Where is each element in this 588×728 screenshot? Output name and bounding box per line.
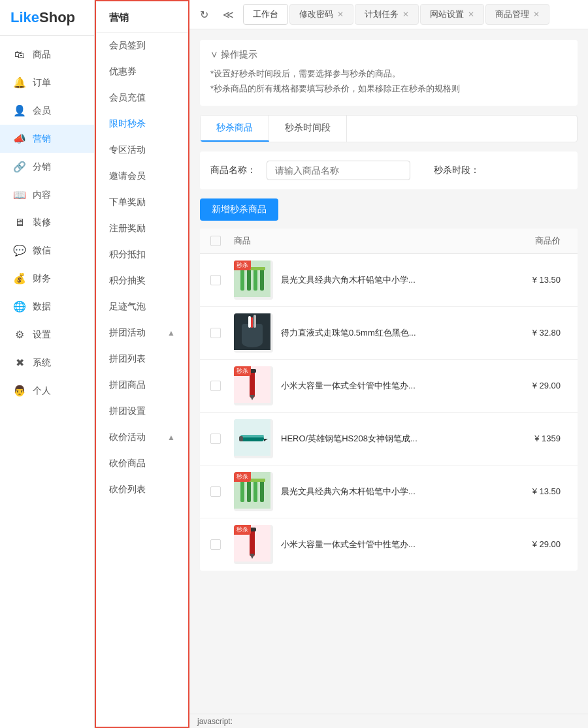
sidebar-item-members[interactable]: 👤 会员 bbox=[0, 97, 94, 125]
tab-goods-management[interactable]: 商品管理 ✕ bbox=[485, 4, 549, 25]
sidebar-item-personal[interactable]: 👨 个人 bbox=[0, 377, 94, 405]
main-sidebar: LikeShop 🛍 商品 🔔 订单 👤 会员 📣 营销 🔗 分销 bbox=[0, 0, 95, 728]
svg-rect-20 bbox=[239, 436, 243, 441]
add-flash-goods-button[interactable]: 新增秒杀商品 bbox=[200, 198, 278, 221]
svg-rect-2 bbox=[247, 267, 251, 291]
tab-flash-time[interactable]: 秒杀时间段 bbox=[269, 116, 347, 142]
content-tabs: 秒杀商品 秒杀时间段 bbox=[200, 115, 578, 142]
product-image-5: 秒杀 bbox=[234, 472, 273, 511]
svg-rect-22 bbox=[240, 479, 244, 502]
sidebar-item-system[interactable]: ✖ 系统 bbox=[0, 349, 94, 377]
marketing-icon: 📣 bbox=[13, 133, 26, 145]
product-price-6: ¥ 29.00 bbox=[502, 539, 567, 549]
submenu-item-flash-sale[interactable]: 限时秒杀 bbox=[96, 111, 188, 137]
refresh-button[interactable]: ↻ bbox=[195, 8, 214, 21]
sidebar-item-decoration-label: 装修 bbox=[33, 217, 51, 229]
sidebar-item-wechat[interactable]: 💬 微信 bbox=[0, 236, 94, 264]
row-checkbox-6[interactable] bbox=[210, 539, 234, 550]
sidebar-item-orders-label: 订单 bbox=[33, 77, 51, 89]
svg-rect-1 bbox=[240, 267, 244, 291]
row-checkbox-4[interactable] bbox=[210, 434, 234, 444]
row-checkbox-5[interactable] bbox=[210, 486, 234, 497]
svg-rect-9 bbox=[248, 316, 251, 328]
row-checkbox-2[interactable] bbox=[210, 328, 234, 338]
sidebar-item-marketing[interactable]: 📣 营销 bbox=[0, 125, 94, 153]
table-row: 秒杀 晨光文具经典六角木杆铅笔中小学... ¥ 13.50 bbox=[200, 466, 578, 518]
sidebar-item-data[interactable]: 🌐 数据 bbox=[0, 293, 94, 321]
sidebar-item-members-label: 会员 bbox=[33, 105, 51, 117]
tab-website-settings[interactable]: 网站设置 ✕ bbox=[420, 4, 484, 25]
orders-icon: 🔔 bbox=[13, 76, 26, 89]
product-price-4: ¥ 1359 bbox=[502, 434, 567, 443]
svg-rect-18 bbox=[240, 435, 264, 437]
submenu-item-bargain-goods[interactable]: 砍价商品 bbox=[96, 451, 188, 477]
filter-row: 商品名称： 秒杀时段： bbox=[200, 151, 578, 189]
back-button[interactable]: ≪ bbox=[215, 8, 242, 21]
product-image-2 bbox=[234, 313, 273, 353]
table-row: 秒杀 小米大容量一体式全针管中性笔办... ¥ 29.00 bbox=[200, 518, 578, 571]
submenu-item-coupon[interactable]: 优惠券 bbox=[96, 59, 188, 85]
submenu-item-invite-member[interactable]: 邀请会员 bbox=[96, 163, 188, 189]
sidebar-item-content[interactable]: 📖 内容 bbox=[0, 181, 94, 209]
tab-close-website-settings[interactable]: ✕ bbox=[468, 10, 474, 19]
product-name-4: HERO/英雄钢笔HS208女神钢笔成... bbox=[281, 433, 502, 445]
sidebar-item-distribution-label: 分销 bbox=[33, 161, 51, 173]
tab-close-change-password[interactable]: ✕ bbox=[337, 10, 344, 19]
select-all-checkbox[interactable] bbox=[210, 236, 221, 246]
logo-area: LikeShop bbox=[0, 0, 94, 36]
sidebar-item-data-label: 数据 bbox=[33, 301, 51, 313]
product-name-input[interactable] bbox=[267, 161, 410, 180]
product-name-5: 晨光文具经典六角木杆铅笔中小学... bbox=[281, 486, 502, 498]
submenu-item-zone-activity[interactable]: 专区活动 bbox=[96, 137, 188, 163]
table-row: 秒杀 秒杀 晨光文具经典六角木杆铅笔中小学... ¥ 13.50 bbox=[200, 254, 578, 307]
submenu-item-order-reward[interactable]: 下单奖励 bbox=[96, 189, 188, 215]
submenu-item-bargain-list[interactable]: 砍价列表 bbox=[96, 477, 188, 503]
main-nav: 🛍 商品 🔔 订单 👤 会员 📣 营销 🔗 分销 📖 内容 bbox=[0, 36, 94, 728]
sidebar-item-finance[interactable]: 💰 财务 bbox=[0, 264, 94, 293]
sidebar-item-personal-label: 个人 bbox=[33, 385, 51, 397]
tab-close-plan-task[interactable]: ✕ bbox=[402, 10, 409, 19]
table-header: 商品 商品价 bbox=[200, 229, 578, 254]
tab-workbench[interactable]: 工作台 bbox=[243, 4, 288, 25]
distribution-icon: 🔗 bbox=[13, 161, 26, 173]
wechat-icon: 💬 bbox=[13, 244, 26, 257]
submenu-item-member-signin[interactable]: 会员签到 bbox=[96, 33, 188, 59]
submenu-item-points-lottery[interactable]: 积分抽奖 bbox=[96, 268, 188, 294]
products-table: 商品 商品价 秒杀 秒杀 晨光文具经典六角木杆铅笔中小学... ¥ 13.50 … bbox=[200, 229, 578, 571]
tab-plan-task[interactable]: 计划任务 ✕ bbox=[355, 4, 419, 25]
submenu-item-group-goods[interactable]: 拼团商品 bbox=[96, 372, 188, 398]
sidebar-item-decoration[interactable]: 🖥 装修 bbox=[0, 209, 94, 236]
submenu-item-group-list[interactable]: 拼团列表 bbox=[96, 346, 188, 372]
product-name-1: 晨光文具经典六角木杆铅笔中小学... bbox=[281, 274, 502, 286]
sidebar-item-orders[interactable]: 🔔 订单 bbox=[0, 69, 94, 97]
submenu-item-register-reward[interactable]: 注册奖励 bbox=[96, 215, 188, 242]
table-row: 得力直液式走珠笔0.5mm红色黑色... ¥ 32.80 bbox=[200, 307, 578, 360]
submenu-item-group-settings[interactable]: 拼团设置 bbox=[96, 398, 188, 424]
settings-icon: ⚙ bbox=[13, 328, 26, 341]
product-image-4 bbox=[234, 419, 273, 458]
submenu-item-group-activity[interactable]: 拼团活动 ▲ bbox=[96, 320, 188, 346]
product-price-3: ¥ 29.00 bbox=[502, 381, 567, 390]
personal-icon: 👨 bbox=[13, 385, 26, 397]
sidebar-item-system-label: 系统 bbox=[33, 357, 51, 369]
product-image-6: 秒杀 bbox=[234, 525, 273, 564]
tab-bar: ↻ ≪ 工作台 修改密码 ✕ 计划任务 ✕ 网站设置 ✕ 商品管理 ✕ bbox=[189, 0, 588, 29]
goods-icon: 🛍 bbox=[13, 49, 26, 61]
sidebar-item-settings[interactable]: ⚙ 设置 bbox=[0, 321, 94, 349]
op-hint: ∨ 操作提示 *设置好秒杀时间段后，需要选择参与秒杀的商品。 *秒杀商品的所有规… bbox=[200, 40, 578, 106]
sidebar-item-distribution[interactable]: 🔗 分销 bbox=[0, 153, 94, 181]
submenu-item-bargain-activity[interactable]: 砍价活动 ▲ bbox=[96, 424, 188, 451]
row-checkbox-3[interactable] bbox=[210, 381, 234, 391]
sidebar-item-finance-label: 财务 bbox=[33, 273, 51, 285]
tab-close-goods-management[interactable]: ✕ bbox=[533, 10, 540, 19]
submenu-item-points-deduct[interactable]: 积分抵扣 bbox=[96, 242, 188, 268]
row-checkbox-1[interactable] bbox=[210, 275, 234, 285]
tab-change-password[interactable]: 修改密码 ✕ bbox=[289, 4, 353, 25]
submenu-item-member-recharge[interactable]: 会员充值 bbox=[96, 85, 188, 111]
finance-icon: 💰 bbox=[13, 272, 26, 285]
op-hint-text-2: *秒杀商品的所有规格都要填写秒杀价，如果移除正在秒杀的规格则 bbox=[210, 81, 567, 96]
tab-flash-goods[interactable]: 秒杀商品 bbox=[201, 116, 269, 142]
sidebar-item-goods[interactable]: 🛍 商品 bbox=[0, 41, 94, 69]
submenu-item-footprint-bubble[interactable]: 足迹气泡 bbox=[96, 294, 188, 320]
svg-rect-3 bbox=[253, 267, 257, 291]
